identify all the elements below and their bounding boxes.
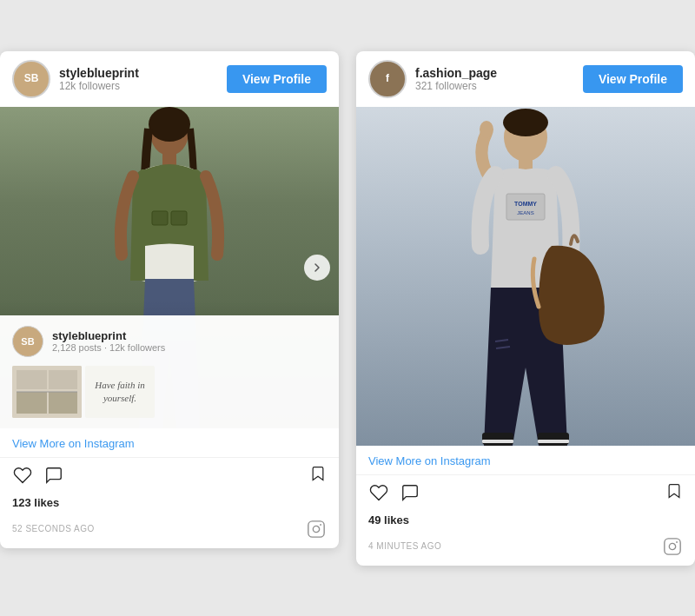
svg-rect-29 [538, 440, 569, 443]
svg-point-1 [149, 107, 190, 142]
card1-popup-username: styleblueprint [52, 329, 327, 342]
svg-point-16 [503, 109, 548, 136]
svg-text:JEANS: JEANS [517, 210, 533, 215]
card2-like-button[interactable] [368, 482, 389, 503]
card1-comment-button[interactable] [43, 465, 64, 486]
svg-point-12 [313, 526, 319, 532]
card1-view-profile-button[interactable]: View Profile [227, 65, 327, 93]
card1-view-more-link[interactable]: View More on Instagram [0, 428, 339, 457]
card2-view-profile-button[interactable]: View Profile [583, 65, 683, 93]
card2-image-bg: TOMMY JEANS [356, 107, 695, 446]
svg-rect-7 [49, 392, 77, 414]
card2-action-icons [368, 482, 665, 503]
card1-timestamp-row: 52 SECONDS AGO [0, 515, 339, 548]
card2-comment-button[interactable] [400, 482, 420, 503]
card1-likes-row: 123 likes [0, 493, 339, 515]
svg-rect-8 [17, 370, 47, 389]
card1-header-info: styleblueprint 12k followers [59, 66, 218, 92]
card1-profile-popup: SB styleblueprint 2,128 posts · 12k foll… [0, 315, 339, 428]
card1-popup-header: SB styleblueprint 2,128 posts · 12k foll… [12, 326, 327, 357]
card1-quote-text: Have faith in yourself. [90, 379, 149, 404]
svg-point-31 [669, 543, 675, 549]
svg-rect-3 [152, 211, 168, 225]
card1-username: styleblueprint [59, 66, 218, 80]
svg-point-13 [320, 524, 321, 526]
card1-followers: 12k followers [59, 80, 218, 92]
svg-rect-30 [665, 538, 680, 553]
svg-rect-6 [17, 392, 47, 414]
card1-thumb-kitchen [12, 366, 82, 418]
svg-rect-9 [49, 370, 77, 389]
card1-popup-info: styleblueprint 2,128 posts · 12k followe… [52, 329, 327, 353]
card1-popup-stats: 2,128 posts · 12k followers [52, 342, 327, 353]
card-styleblueprint: SB styleblueprint 12k followers View Pro… [0, 51, 339, 548]
svg-rect-11 [308, 520, 324, 536]
card2-header-info: f.ashion_page 321 followers [415, 66, 574, 92]
card2-header: f f.ashion_page 321 followers View Profi… [356, 51, 695, 107]
card2-post-image: TOMMY JEANS [356, 107, 695, 446]
card1-action-icons [12, 465, 309, 486]
card1-next-button[interactable] [304, 255, 330, 281]
card2-bookmark-button[interactable] [665, 482, 683, 503]
card1-popup-avatar: SB [12, 326, 43, 357]
card-fashion: f f.ashion_page 321 followers View Profi… [356, 51, 695, 566]
card2-person-illustration: TOMMY JEANS [404, 107, 647, 446]
card1-header: SB styleblueprint 12k followers View Pro… [0, 51, 339, 107]
card1-bookmark-button[interactable] [309, 465, 327, 486]
svg-point-17 [480, 121, 493, 138]
card1-likes-count: 123 likes [12, 496, 59, 509]
card2-followers: 321 followers [415, 80, 574, 92]
card1-actions [0, 457, 339, 493]
card2-likes-count: 49 likes [368, 513, 409, 527]
card1-avatar: SB [12, 60, 50, 98]
card2-likes-row: 49 likes [356, 510, 695, 533]
card1-like-button[interactable] [12, 465, 33, 486]
svg-rect-19 [506, 194, 545, 220]
card1-post-image: SB styleblueprint 2,128 posts · 12k foll… [0, 107, 339, 428]
card2-username: f.ashion_page [415, 66, 574, 80]
svg-rect-4 [171, 211, 187, 225]
card1-timestamp: 52 SECONDS AGO [12, 524, 95, 533]
card1-popup-images: Have faith in yourself. [12, 366, 327, 418]
card2-avatar: f [368, 60, 407, 98]
cards-container: SB styleblueprint 12k followers View Pro… [0, 34, 695, 583]
card1-instagram-icon[interactable] [306, 519, 327, 540]
svg-text:TOMMY: TOMMY [514, 201, 537, 207]
card2-view-more-link[interactable]: View More on Instagram [356, 446, 695, 474]
card1-thumb-quote: Have faith in yourself. [85, 366, 155, 418]
card2-timestamp-row: 4 MINUTES AGO [356, 533, 695, 566]
card2-timestamp: 4 MINUTES AGO [368, 541, 441, 551]
svg-rect-28 [482, 440, 513, 443]
card2-actions [356, 474, 695, 510]
svg-point-32 [676, 541, 678, 543]
card2-instagram-icon[interactable] [662, 536, 683, 557]
